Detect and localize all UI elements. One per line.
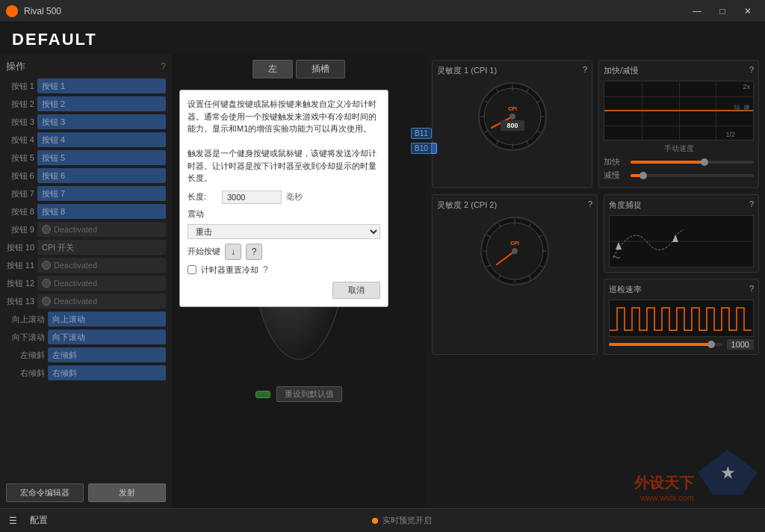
scroll-up-value[interactable]: 向上滚动 xyxy=(48,312,166,327)
cpi2-widget: 灵敏度 2 (CPI 2) ? xyxy=(432,194,598,355)
svg-marker-55 xyxy=(672,235,678,242)
tab-left[interactable]: 左 xyxy=(253,60,293,78)
cpi2-title: 灵敏度 2 (CPI 2) ? xyxy=(437,200,592,211)
btn-value-4[interactable]: 按钮 4 xyxy=(37,132,166,147)
btn-value-10[interactable]: CPI 开关 xyxy=(37,240,166,255)
start-key-row: 开始按键 ↓ ? xyxy=(188,244,380,260)
boost-slider[interactable] xyxy=(631,161,754,164)
btn-label: 按钮 6 xyxy=(6,170,37,182)
list-item: 右倾斜 右倾斜 xyxy=(6,365,166,381)
accel-chart: 2x 速度轴 1/2 xyxy=(604,81,754,140)
list-item: 按钮 2 按钮 2 xyxy=(6,96,166,112)
timer-help-icon[interactable]: ? xyxy=(263,265,268,275)
btn-label: 按钮 8 xyxy=(6,206,37,217)
polling-thumb[interactable] xyxy=(707,341,715,348)
restore-button[interactable]: 重设到默认值 xyxy=(276,386,342,402)
macro-bar: 宏命令编辑器 发射 xyxy=(6,483,166,502)
list-item: 按钮 9 Deactivated xyxy=(6,221,166,238)
slow-row: 减慢 xyxy=(604,170,754,181)
slow-slider[interactable] xyxy=(631,174,754,177)
start-key-label: 开始按键 xyxy=(188,246,220,257)
scroll-down-value[interactable]: 向下滚动 xyxy=(48,330,166,344)
popup-form: 长度: 毫秒 震动 重击 开始按键 ↓ ? 计时器重置冷却 ? xyxy=(188,191,380,276)
btn-value-12[interactable]: Deactivated xyxy=(37,276,166,291)
live-preview-label: 实时预览开启 xyxy=(382,515,432,526)
polling-slider[interactable] xyxy=(609,343,722,346)
scroll-label: 右倾斜 xyxy=(6,368,48,379)
cpi2-help-icon[interactable]: ? xyxy=(588,200,592,211)
titlebar-title: Rival 500 xyxy=(24,6,61,16)
vibration-select[interactable]: 重击 xyxy=(188,224,380,239)
operations-help-icon[interactable]: ? xyxy=(161,61,166,72)
timer-row: 计时器重置冷却 ? xyxy=(188,265,380,276)
popup-box: 设置任何键盘按键或鼠标按键来触发自定义冷却计时器。通常会使用一个按键触发来游戏中… xyxy=(179,90,388,307)
btn-label: 按钮 13 xyxy=(6,296,37,307)
list-item: 按钮 6 按钮 6 xyxy=(6,167,166,184)
timer-label: 计时器重置冷却 xyxy=(201,265,258,276)
polling-section: 巡检速率 ? xyxy=(604,279,759,355)
btn-label: 按钮 12 xyxy=(6,278,37,289)
accel-title: 加快/减慢 ? xyxy=(604,65,754,76)
svg-text:800: 800 xyxy=(507,122,518,129)
button-list: 按钮 1 按钮 1 按钮 2 按钮 2 按钮 3 按钮 3 按钮 4 按钮 4 … xyxy=(6,78,166,477)
btn-value-13[interactable]: Deactivated xyxy=(37,294,166,309)
status-text: 实时预览开启 xyxy=(372,515,432,526)
tab-slot[interactable]: 插槽 xyxy=(296,60,345,78)
btn-value-11[interactable]: Deactivated xyxy=(37,258,166,273)
duration-input[interactable] xyxy=(222,191,282,204)
fire-button[interactable]: 发射 xyxy=(88,483,166,502)
cpi1-help-icon[interactable]: ? xyxy=(583,65,587,76)
btn-value-3[interactable]: 按钮 3 xyxy=(37,114,166,129)
btn-value-5[interactable]: 按钮 5 xyxy=(37,150,166,165)
accel-help-icon[interactable]: ? xyxy=(749,65,754,76)
tilt-left-value[interactable]: 左倾斜 xyxy=(48,347,166,362)
scroll-label: 向下滚动 xyxy=(6,332,48,343)
bottom-bar: 重设到默认值 xyxy=(251,382,347,406)
boost-thumb[interactable] xyxy=(701,158,708,166)
btn-value-8[interactable]: 按钮 8 xyxy=(37,204,166,219)
list-item: 左倾斜 左倾斜 xyxy=(6,347,166,363)
macro-editor-button[interactable]: 宏命令编辑器 xyxy=(6,483,84,502)
angle-help-icon[interactable]: ? xyxy=(749,200,754,211)
btn-marker-b11[interactable]: B11 xyxy=(411,128,432,139)
btn-label: 按钮 9 xyxy=(6,224,37,235)
maximize-button[interactable]: □ xyxy=(711,4,734,19)
polling-help-icon[interactable]: ? xyxy=(749,284,754,295)
left-panel: 操作 ? 按钮 1 按钮 1 按钮 2 按钮 2 按钮 3 按钮 3 按 xyxy=(0,54,172,508)
key-help-icon[interactable]: ? xyxy=(246,244,262,260)
cancel-button[interactable]: 取消 xyxy=(332,282,380,299)
btn-label: 按钮 2 xyxy=(6,99,37,110)
list-item: 按钮 10 CPI 开关 xyxy=(6,239,166,256)
list-item: 向上滚动 向上滚动 xyxy=(6,311,166,327)
tilt-right-value[interactable]: 右倾斜 xyxy=(48,365,166,380)
svg-text:CPI: CPI xyxy=(508,106,517,111)
btn-marker-b10[interactable]: B10 xyxy=(411,143,432,154)
view-tabs: 左 插槽 xyxy=(253,54,345,83)
polling-title: 巡检速率 ? xyxy=(609,284,754,295)
close-button[interactable]: ✕ xyxy=(737,4,759,19)
config-label[interactable]: 配置 xyxy=(30,514,48,527)
right-top-row: 灵敏度 1 (CPI 1) ? xyxy=(432,60,759,188)
btn-value-9[interactable]: Deactivated xyxy=(37,222,166,237)
btn-label: 按钮 11 xyxy=(6,260,37,271)
cpi1-widget: 灵敏度 1 (CPI 1) ? xyxy=(432,60,592,188)
btn-value-6[interactable]: 按钮 6 xyxy=(37,168,166,183)
cpi2-dial[interactable]: CPI xyxy=(477,214,552,288)
minimize-button[interactable]: — xyxy=(686,4,708,19)
right-bottom-row: 灵敏度 2 (CPI 2) ? xyxy=(432,194,759,355)
cpi1-title: 灵敏度 1 (CPI 1) ? xyxy=(437,65,587,76)
cpi1-dial[interactable]: CPI 800 xyxy=(475,79,550,154)
slow-label: 减慢 xyxy=(604,170,626,181)
timer-checkbox[interactable] xyxy=(188,265,196,274)
live-dot xyxy=(372,518,378,524)
slow-thumb[interactable] xyxy=(639,172,647,179)
accel-2x-label: 2x xyxy=(743,83,750,90)
key-down-icon[interactable]: ↓ xyxy=(225,244,241,260)
titlebar-left: Rival 500 xyxy=(6,5,61,17)
btn-value-7[interactable]: 按钮 7 xyxy=(37,186,166,201)
polling-value-row: 1000 xyxy=(609,339,754,350)
btn-label: 按钮 10 xyxy=(6,242,37,253)
btn-value-1[interactable]: 按钮 1 xyxy=(37,78,166,93)
btn-value-2[interactable]: 按钮 2 xyxy=(37,96,166,111)
popup-description: 设置任何键盘按键或鼠标按键来触发自定义冷却计时器。通常会使用一个按键触发来游戏中… xyxy=(188,98,380,185)
